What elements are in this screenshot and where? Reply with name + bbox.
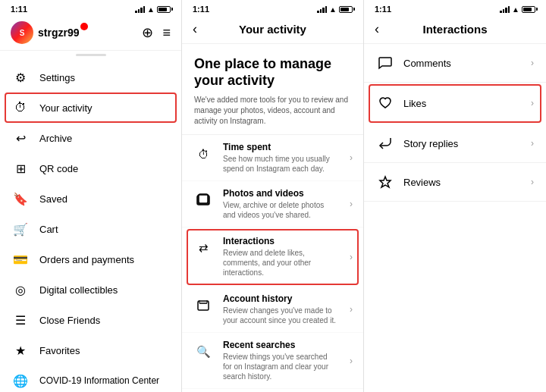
activity-item-links[interactable]: 🔗 Links you've visited See which links y… bbox=[182, 389, 363, 392]
menu-label-your-activity: Your activity bbox=[39, 102, 93, 114]
menu-label-settings: Settings bbox=[39, 72, 75, 83]
activity-text-photos: Photos and videos View, archive or delet… bbox=[223, 188, 337, 220]
menu-label-orders: Orders and payments bbox=[39, 254, 134, 265]
story-replies-icon bbox=[376, 134, 394, 152]
battery-icon-2 bbox=[339, 6, 353, 13]
arrow-interactions: › bbox=[350, 252, 353, 262]
photos-videos-icon bbox=[193, 190, 214, 211]
activity-item-photos-videos[interactable]: Photos and videos View, archive or delet… bbox=[182, 181, 363, 227]
menu-item-digital[interactable]: ◎ Digital collectibles bbox=[0, 274, 181, 305]
interaction-item-story-replies[interactable]: Story replies › bbox=[364, 124, 546, 163]
svg-rect-1 bbox=[199, 194, 208, 203]
wifi-icon-3: ▲ bbox=[512, 5, 519, 14]
orders-icon: 💳 bbox=[12, 251, 29, 268]
interaction-item-comments[interactable]: Comments › bbox=[364, 44, 546, 83]
panel-your-activity: 1:11 ▲ ‹ Your activity One place to mana… bbox=[182, 0, 364, 392]
header-icons: ⊕ ≡ bbox=[142, 24, 171, 41]
signal-icon-3 bbox=[500, 5, 510, 13]
menu-label-archive: Archive bbox=[39, 133, 72, 144]
menu-icon[interactable]: ≡ bbox=[162, 25, 171, 41]
menu-item-saved[interactable]: 🔖 Saved bbox=[0, 183, 181, 214]
arrow-story-replies: › bbox=[531, 138, 534, 149]
scroll-indicator bbox=[0, 51, 181, 59]
menu-item-your-activity[interactable]: ⏱ Your activity bbox=[5, 93, 177, 123]
user-info: S strgzr99 bbox=[11, 21, 88, 44]
menu-label-saved: Saved bbox=[39, 193, 67, 205]
panel-interactions: 1:11 ▲ ‹ Interactions Comments › bbox=[364, 0, 546, 392]
story-replies-label: Story replies bbox=[403, 138, 522, 149]
activity-desc-searches: Review things you've searched for on Ins… bbox=[223, 352, 337, 381]
activity-item-interactions[interactable]: ⇄ Interactions Review and delete likes, … bbox=[187, 229, 359, 285]
activity-icon: ⏱ bbox=[12, 99, 29, 116]
p2-header: ‹ Your activity bbox=[182, 17, 363, 44]
interaction-item-reviews[interactable]: Reviews › bbox=[364, 163, 546, 202]
reviews-icon bbox=[376, 173, 394, 191]
svg-marker-7 bbox=[380, 177, 391, 187]
activity-title-interactions: Interactions bbox=[223, 236, 337, 246]
activity-item-time-spent[interactable]: ⏱ Time spent See how much time you usual… bbox=[182, 135, 363, 181]
status-bar-2: 1:11 ▲ bbox=[182, 0, 363, 17]
activity-desc-account: Review changes you've made to your accou… bbox=[223, 306, 337, 325]
menu-label-covid: COVID-19 Information Center bbox=[39, 375, 159, 386]
menu-label-digital: Digital collectibles bbox=[39, 284, 118, 296]
activity-desc-interactions: Review and delete likes, comments, and y… bbox=[223, 248, 337, 278]
status-icons-3: ▲ bbox=[500, 5, 535, 14]
p3-title: Interactions bbox=[422, 23, 487, 36]
comments-icon bbox=[376, 54, 394, 72]
hero-subtitle: We've added more tools for you to review… bbox=[194, 95, 351, 127]
activity-desc-photos: View, archive or delete photos and video… bbox=[223, 200, 337, 220]
activity-item-recent-searches[interactable]: 🔍 Recent searches Review things you've s… bbox=[182, 333, 363, 389]
back-button-2[interactable]: ‹ bbox=[193, 21, 197, 37]
menu-item-settings[interactable]: ⚙ Settings bbox=[0, 62, 181, 93]
recent-searches-icon: 🔍 bbox=[193, 341, 214, 362]
username: strgzr99 bbox=[38, 27, 79, 39]
menu-item-covid[interactable]: 🌐 COVID-19 Information Center bbox=[0, 365, 181, 392]
p3-header: ‹ Interactions bbox=[364, 17, 546, 44]
status-icons-2: ▲ bbox=[317, 5, 353, 14]
time-spent-icon: ⏱ bbox=[193, 143, 214, 165]
wifi-icon-2: ▲ bbox=[329, 5, 337, 14]
arrow-searches: › bbox=[350, 356, 353, 366]
arrow-reviews: › bbox=[531, 177, 534, 187]
menu-item-cart[interactable]: 🛒 Cart bbox=[0, 214, 181, 244]
back-button-3[interactable]: ‹ bbox=[375, 21, 379, 37]
time-2: 1:11 bbox=[193, 5, 209, 14]
arrow-account: › bbox=[350, 304, 353, 315]
activity-text-interactions: Interactions Review and delete likes, co… bbox=[223, 236, 337, 278]
likes-label: Likes bbox=[403, 98, 522, 109]
close-friends-icon: ☰ bbox=[12, 312, 29, 328]
navigation-menu: ⚙ Settings ⏱ Your activity ↩ Archive ⊞ Q… bbox=[0, 59, 181, 392]
signal-icon-1 bbox=[135, 5, 145, 13]
activity-title-photos: Photos and videos bbox=[223, 188, 337, 199]
notification-badge bbox=[80, 23, 88, 30]
menu-label-qr: QR code bbox=[39, 163, 78, 174]
account-history-icon bbox=[193, 295, 214, 316]
status-bar-1: 1:11 ▲ bbox=[0, 0, 181, 17]
hero-title: One place to manage your activity bbox=[194, 56, 351, 89]
activity-item-account-history[interactable]: Account history Review changes you've ma… bbox=[182, 287, 363, 333]
panel-navigation: 1:11 ▲ S strgzr99 ⊕ ≡ bbox=[0, 0, 182, 392]
add-icon[interactable]: ⊕ bbox=[142, 24, 153, 41]
activity-title-time-spent: Time spent bbox=[223, 142, 337, 152]
favorites-icon: ★ bbox=[12, 342, 29, 359]
menu-item-qr[interactable]: ⊞ QR code bbox=[0, 153, 181, 183]
p1-header: S strgzr99 ⊕ ≡ bbox=[0, 17, 181, 51]
archive-icon: ↩ bbox=[12, 130, 29, 146]
activity-text-account: Account history Review changes you've ma… bbox=[223, 293, 337, 325]
digital-icon: ◎ bbox=[12, 281, 29, 298]
menu-item-archive[interactable]: ↩ Archive bbox=[0, 123, 181, 153]
time-3: 1:11 bbox=[375, 5, 391, 14]
activity-title-searches: Recent searches bbox=[223, 340, 337, 350]
status-icons-1: ▲ bbox=[135, 5, 171, 14]
comments-label: Comments bbox=[403, 58, 522, 69]
interaction-item-likes[interactable]: Likes › bbox=[369, 84, 541, 123]
battery-icon-1 bbox=[157, 6, 171, 13]
activity-desc-time-spent: See how much time you usually spend on I… bbox=[223, 154, 337, 174]
activity-text-time-spent: Time spent See how much time you usually… bbox=[223, 142, 337, 174]
activity-title-account: Account history bbox=[223, 293, 337, 304]
menu-item-orders[interactable]: 💳 Orders and payments bbox=[0, 244, 181, 274]
covid-icon: 🌐 bbox=[12, 372, 29, 389]
menu-item-close-friends[interactable]: ☰ Close Friends bbox=[0, 305, 181, 335]
arrow-time-spent: › bbox=[350, 152, 353, 163]
menu-item-favorites[interactable]: ★ Favorites bbox=[0, 335, 181, 365]
